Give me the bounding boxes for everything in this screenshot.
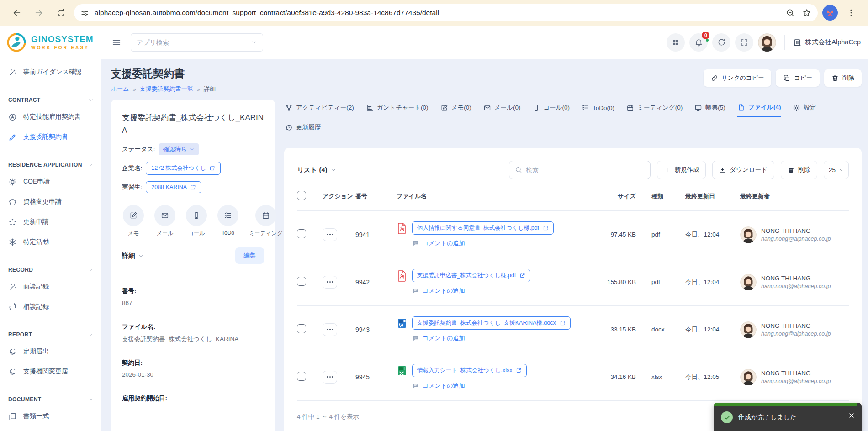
trash-icon [831,74,839,82]
refresh-button[interactable] [712,33,730,52]
comment-icon [412,335,419,342]
sidebar-item-renewal[interactable]: 更新申請 [0,212,101,232]
sidebar-item-org-change-report[interactable]: 支援機関変更届 [0,362,101,382]
status-dropdown[interactable]: 確認待ち [159,143,199,155]
row-actions-button[interactable] [323,276,337,289]
file-search[interactable] [509,161,651,179]
add-comment-link[interactable]: コメントの追加 [412,382,585,390]
apps-grid-button[interactable] [667,33,685,52]
copy-button[interactable]: コピー [776,69,820,87]
trainee-link[interactable]: 2088 KARINA [146,181,201,193]
edit-button[interactable]: 編集 [235,247,264,264]
file-link[interactable]: 支援委託申込書_株式会社つくし様.pdf [412,269,530,282]
browser-forward-icon[interactable] [30,4,48,21]
tab-forms[interactable]: 帳票(5) [694,103,725,117]
sidebar-section-record[interactable]: RECORD [0,263,101,277]
row-checkbox[interactable] [297,372,306,381]
sidebar-toggle-icon[interactable] [111,37,122,47]
sidebar-section-report[interactable]: REPORT [0,328,101,342]
tab-files[interactable]: ファイル(4) [737,103,781,117]
tab-history[interactable]: 更新履歴 [285,123,321,136]
list-view-dropdown[interactable]: リスト (4) [297,166,336,174]
download-button[interactable]: ダウンロード [712,161,774,179]
browser-profile-avatar[interactable] [822,5,838,21]
toast-close-icon[interactable] [848,412,855,419]
site-info-icon[interactable] [80,9,89,17]
sidebar-item-employment-contract[interactable]: 特定技能雇用契約書 [0,107,101,127]
file-link[interactable]: 個人情報に関する同意書_株式会社つくし様.pdf [412,221,554,235]
row-checkbox[interactable] [297,324,306,333]
quick-action-memo[interactable]: メモ [123,205,144,237]
add-comment-link[interactable]: コメントの追加 [412,287,585,295]
snowflake-icon [8,238,17,247]
chevron-down-icon [88,397,94,402]
tab-mail[interactable]: メール(0) [483,103,521,117]
sidebar-item-document-set[interactable]: 書類一式 [0,406,101,426]
browser-back-icon[interactable] [8,4,26,21]
tab-todo[interactable]: ToDo(0) [582,103,614,117]
page-title: 支援委託契約書 [111,67,216,81]
tab-call[interactable]: コール(0) [532,103,570,117]
breadcrumb-home[interactable]: ホーム [111,85,129,93]
add-comment-link[interactable]: コメントの追加 [412,334,585,342]
address-bar[interactable]: alphacep-ginosan.autobmo.com/document_su… [74,4,818,21]
tab-settings[interactable]: 設定 [793,103,816,117]
breadcrumb-list[interactable]: 支援委託契約書一覧 [140,85,193,93]
app-logo[interactable]: GINOSYSTEM WORK FOR EASY [0,26,101,59]
copy-link-button[interactable]: リンクのコピー [704,69,772,87]
sidebar-item-coe[interactable]: COE申請 [0,172,101,192]
sidebar-item-forms[interactable]: 帳票 [0,426,101,431]
tenant-selector[interactable]: 株式会社AlphaCep [793,38,861,47]
sidebar-item-pre-guidance[interactable]: 事前ガイダンス確認 [0,62,101,82]
plus-icon [664,167,671,173]
sidebar-item-designated-activities[interactable]: 特定活動 [0,232,101,252]
company-link[interactable]: 1272 株式会社つくし [146,162,221,175]
quick-action-call[interactable]: コール [186,205,207,237]
row-checkbox[interactable] [297,277,306,286]
table-header: アクション 番号 ファイル名 サイズ 種類 最終更新日 最終更新者 [297,182,849,211]
quick-action-mail[interactable]: メール [154,205,175,237]
row-actions-button[interactable] [323,371,337,384]
sidebar-item-consultation-record[interactable]: 相談記録 [0,297,101,317]
tab-gantt[interactable]: ガントチャート(0) [366,103,429,117]
file-link[interactable]: 情報入力シート_株式会社つくし.xlsx [412,364,527,377]
sidebar-item-support-contract[interactable]: 支援委託契約書 [0,127,101,147]
sidebar-section-residence[interactable]: RESIDENCE APPLICATION [0,158,101,172]
file-search-input[interactable] [526,167,645,173]
file-link[interactable]: 支援委託契約書_株式会社つくし_支援KARINA様.docx [412,316,571,330]
quick-action-todo[interactable]: ToDo [217,205,238,237]
sidebar-item-status-change[interactable]: 資格変更申請 [0,192,101,212]
zoom-out-icon[interactable] [786,8,795,17]
page-size-select[interactable]: 25 [824,161,849,179]
sidebar-section-document[interactable]: DOCUMENT [0,393,101,406]
external-link-icon [516,368,522,373]
app-search-select[interactable] [131,33,263,52]
fullscreen-button[interactable] [735,33,753,52]
create-new-button[interactable]: 新規作成 [657,161,706,179]
tab-activity[interactable]: アクティビティー(2) [285,103,354,117]
bookmark-star-icon[interactable] [802,8,811,17]
sidebar-section-contract[interactable]: CONTRACT [0,93,101,107]
row-actions-button[interactable] [323,228,337,241]
add-comment-link[interactable]: コメントの追加 [412,239,585,247]
notifications-button[interactable]: 0 [689,33,708,52]
quick-action-meeting[interactable]: ミーティング [249,205,282,237]
delete-files-button[interactable]: 削除 [781,161,817,179]
user-avatar[interactable] [758,33,776,52]
todo-icon [224,211,232,220]
row-actions-button[interactable] [323,323,337,336]
delete-button[interactable]: 削除 [824,69,862,87]
row-checkbox[interactable] [297,229,306,238]
app-search-input[interactable] [137,39,248,46]
url-text[interactable]: alphacep-ginosan.autobmo.com/document_su… [95,9,780,17]
sidebar-item-interview-record[interactable]: 面談記録 [0,277,101,297]
sidebar-item-periodic-report[interactable]: 定期届出 [0,342,101,362]
detail-toggle[interactable]: 詳細 [122,252,144,260]
select-all-checkbox[interactable] [297,191,306,200]
browser-reload-icon[interactable] [52,4,69,21]
tab-memo[interactable]: メモ(0) [440,103,471,117]
files-panel: リスト (4) 新規作成 [284,148,862,431]
record-title: 支援委託契約書_株式会社つくし_KARINA [122,111,264,137]
browser-menu-icon[interactable] [842,4,860,21]
tab-meeting[interactable]: ミーティング(0) [626,103,683,117]
